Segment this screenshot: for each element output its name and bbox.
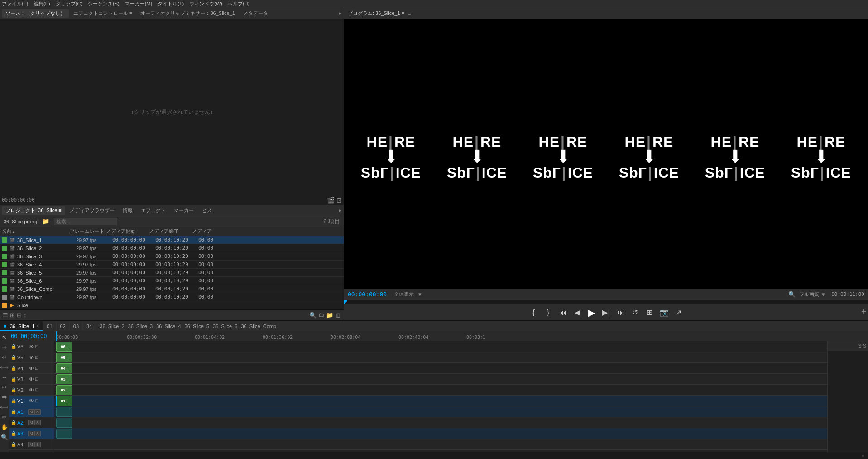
new-bin-btn[interactable]: 📁 bbox=[41, 218, 50, 225]
delete-btn[interactable]: 🗑 bbox=[335, 312, 341, 319]
seq-tab-close[interactable]: × bbox=[36, 324, 39, 329]
track-row-a2[interactable] bbox=[54, 417, 827, 428]
v1-eye-icon[interactable]: 👁 bbox=[29, 398, 34, 404]
v4-eye-icon[interactable]: 👁 bbox=[29, 366, 34, 371]
project-item-6[interactable]: 🎬36_Slice_Comp29.97 fps00;00;00;0000;00;… bbox=[0, 285, 344, 293]
magnify-icon[interactable]: 🔍 bbox=[788, 291, 796, 298]
rate-stretch-tool[interactable]: ↔ bbox=[0, 373, 9, 381]
project-item-1[interactable]: 🎬36_Slice_229.97 fps00;00;00;0000;00;10;… bbox=[0, 244, 344, 252]
project-item-4[interactable]: 🎬36_Slice_529.97 fps00;00;00;0000;00;10;… bbox=[0, 269, 344, 277]
tab-history[interactable]: ヒス bbox=[198, 206, 216, 215]
clip-v5[interactable]: 05 | bbox=[56, 353, 72, 362]
safe-margin-btn[interactable]: ⊞ bbox=[644, 308, 655, 317]
program-timecode[interactable]: 00:00:00:00 bbox=[348, 291, 387, 298]
seq-tab-36-slice-5[interactable]: 36_Slice_5 bbox=[185, 324, 209, 329]
quality-label[interactable]: フル画質 bbox=[799, 291, 819, 298]
rolling-edit-tool[interactable]: ⟺ bbox=[0, 363, 9, 371]
seq-tab-36-slice-3[interactable]: 36_Slice_3 bbox=[128, 324, 153, 329]
timeline-playhead[interactable] bbox=[56, 331, 57, 341]
zoom-label[interactable]: 全体表示 bbox=[394, 291, 414, 298]
seq-tab-36-slice-4[interactable]: 36_Slice_4 bbox=[156, 324, 181, 329]
program-menu-btn[interactable]: ≡ bbox=[408, 11, 411, 16]
razor-tool[interactable]: ✂ bbox=[0, 383, 9, 391]
zoom-tool[interactable]: 🔍 bbox=[0, 433, 9, 441]
v6-mute-icon[interactable]: ⊡ bbox=[35, 344, 38, 349]
slip-tool[interactable]: ⇋ bbox=[0, 393, 9, 401]
loop-btn[interactable]: ↺ bbox=[630, 308, 641, 317]
slide-tool[interactable]: ⟻ bbox=[0, 403, 9, 411]
seq-tab-36-slice-6[interactable]: 36_Slice_6 bbox=[213, 324, 237, 329]
project-item-3[interactable]: 🎬36_Slice_429.97 fps00;00;00;0000;00;10;… bbox=[0, 261, 344, 269]
seq-tab-03[interactable]: 03 bbox=[70, 321, 83, 331]
v2-lock-icon[interactable]: 🔒 bbox=[11, 387, 16, 392]
clip-v1[interactable]: 01 | bbox=[56, 396, 72, 406]
track-row-a4[interactable] bbox=[54, 439, 827, 450]
seq-tab-main[interactable]: 36_Slice_1 × bbox=[0, 321, 43, 331]
project-panel-menu[interactable]: ▸ bbox=[337, 208, 342, 213]
tab-markers[interactable]: マーカー bbox=[170, 206, 197, 215]
step-forward-btn[interactable]: ▶| bbox=[601, 308, 612, 317]
new-item-btn[interactable]: 🗂 bbox=[318, 312, 324, 319]
project-item-7[interactable]: 🎬Countdown29.97 fps00;00;00;0000;00;10;2… bbox=[0, 293, 344, 301]
a1-mute-btn[interactable]: M bbox=[28, 409, 34, 415]
play-btn[interactable]: ▶ bbox=[586, 307, 597, 318]
selection-tool[interactable]: ↖ bbox=[0, 333, 9, 341]
freeform-view-btn[interactable]: ⊟ bbox=[17, 312, 22, 319]
v6-eye-icon[interactable]: 👁 bbox=[29, 344, 34, 349]
timeline-timecode[interactable]: 00;00;00;00 bbox=[11, 333, 47, 339]
mark-out-btn[interactable]: } bbox=[543, 309, 554, 317]
clip-v6[interactable]: 06 | bbox=[56, 342, 72, 352]
clip-v4[interactable]: 04 | bbox=[56, 363, 72, 373]
project-item-5[interactable]: 🎬36_Slice_629.97 fps00;00;00;0000;00;10;… bbox=[0, 277, 344, 285]
v3-eye-icon[interactable]: 👁 bbox=[29, 377, 34, 382]
menu-sequence[interactable]: シーケンス(S) bbox=[88, 0, 120, 7]
project-item-0[interactable]: 🎬36_Slice_129.97 fps00;00;00;0000;00;10;… bbox=[0, 236, 344, 244]
a3-lock-icon[interactable]: 🔒 bbox=[11, 431, 16, 436]
icon-view-btn[interactable]: ⊞ bbox=[10, 312, 15, 319]
a2-solo-btn[interactable]: S bbox=[34, 420, 41, 425]
a3-solo-btn[interactable]: S bbox=[34, 431, 41, 436]
tab-info[interactable]: 情報 bbox=[119, 206, 136, 215]
add-track-btn[interactable]: + bbox=[861, 307, 866, 317]
a1-lock-icon[interactable]: 🔒 bbox=[11, 409, 16, 414]
menu-edit[interactable]: 編集(E) bbox=[34, 0, 50, 7]
clip-v2[interactable]: 02 | bbox=[56, 385, 72, 395]
menu-title[interactable]: タイトル(T) bbox=[158, 0, 184, 7]
seq-tab-02[interactable]: 02 bbox=[57, 321, 70, 331]
a4-lock-icon[interactable]: 🔒 bbox=[11, 442, 16, 447]
source-export-frame[interactable]: 🎬 bbox=[327, 197, 335, 204]
track-select-tool[interactable]: ⇒ bbox=[0, 343, 9, 351]
tab-source[interactable]: ソース：（クリップなし） bbox=[2, 9, 69, 18]
track-row-v5[interactable]: 05 | bbox=[54, 352, 827, 363]
track-row-v4[interactable]: 04 | bbox=[54, 363, 827, 374]
track-row-v2[interactable]: 02 | bbox=[54, 385, 827, 396]
quality-dropdown-btn[interactable]: ▾ bbox=[821, 291, 826, 298]
go-to-out-btn[interactable]: ⏭ bbox=[615, 309, 626, 317]
track-row-a1[interactable] bbox=[54, 406, 827, 417]
a4-mute-btn[interactable]: M bbox=[28, 442, 34, 447]
v4-mute-icon[interactable]: ⊡ bbox=[35, 366, 38, 371]
track-row-a3[interactable] bbox=[54, 428, 827, 439]
new-bin-btn2[interactable]: 📁 bbox=[326, 312, 333, 319]
go-to-in-btn[interactable]: ⏮ bbox=[557, 309, 568, 317]
program-timeline-ruler[interactable] bbox=[344, 300, 868, 304]
seq-tab-34[interactable]: 34 bbox=[83, 321, 96, 331]
source-maximize[interactable]: ⊡ bbox=[336, 197, 342, 204]
hand-tool[interactable]: ✋ bbox=[0, 423, 9, 431]
track-row-v6[interactable]: 06 | bbox=[54, 341, 827, 352]
v6-lock-icon[interactable]: 🔒 bbox=[11, 344, 16, 349]
clip-a3[interactable] bbox=[56, 429, 72, 439]
track-row-a5[interactable] bbox=[54, 450, 827, 452]
source-panel-menu[interactable]: ▸ bbox=[337, 10, 342, 16]
v5-mute-icon[interactable]: ⊡ bbox=[35, 355, 38, 360]
export-frame-btn[interactable]: 📷 bbox=[659, 308, 670, 317]
list-view-btn[interactable]: ☰ bbox=[3, 312, 8, 319]
v1-lock-icon[interactable]: 🔒 bbox=[11, 398, 16, 403]
tab-metadata[interactable]: メタデータ bbox=[240, 9, 272, 18]
a1-solo-btn[interactable]: S bbox=[34, 409, 41, 415]
export-btn[interactable]: ↗ bbox=[673, 308, 684, 317]
ripple-edit-tool[interactable]: ⇔ bbox=[0, 353, 9, 361]
menu-clip[interactable]: クリップ(C) bbox=[56, 0, 82, 7]
a2-lock-icon[interactable]: 🔒 bbox=[11, 420, 16, 425]
seq-tab-01[interactable]: 01 bbox=[43, 321, 56, 331]
